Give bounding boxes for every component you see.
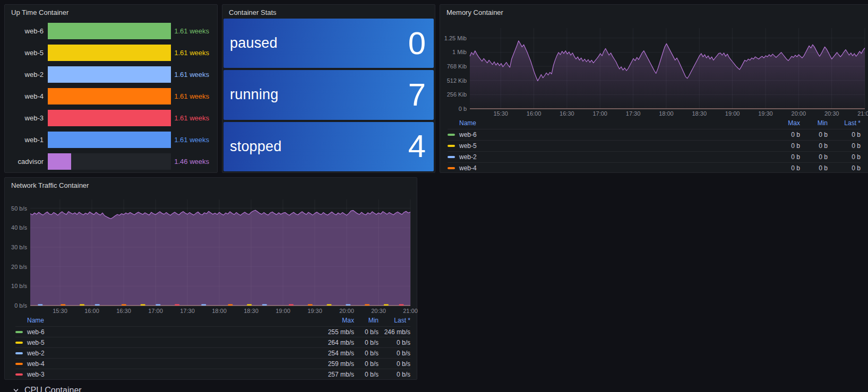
legend-series-name[interactable]: web-6 — [459, 131, 768, 138]
bar-gauge-row: cadvisor1.46 weeks — [13, 153, 209, 170]
svg-text:17:30: 17:30 — [626, 110, 641, 117]
legend-min-value: 0 b — [800, 142, 828, 150]
legend-header-last[interactable]: Last * — [379, 317, 410, 324]
legend-header-min[interactable]: Min — [354, 317, 379, 324]
legend-header-max[interactable]: Max — [310, 317, 354, 324]
bar-gauge-row: web-11.61 weeks — [13, 132, 209, 148]
series-color-swatch — [15, 352, 23, 354]
bar-gauge-value: 1.61 weeks — [171, 27, 209, 35]
panel-memory-container: Memory Container 15:3016:0016:3017:0017:… — [440, 4, 868, 173]
series-color-swatch — [448, 134, 455, 136]
series-color-swatch — [15, 373, 23, 376]
svg-text:20:30: 20:30 — [824, 110, 839, 117]
bar-gauge-row: web-21.61 weeks — [13, 66, 209, 83]
legend-max-value: 254 mb/s — [310, 350, 354, 357]
bar-gauge: web-61.61 weeksweb-51.61 weeksweb-21.61 … — [5, 16, 217, 170]
legend-row: web-3257 mb/s0 b/s0 b/s — [15, 369, 410, 379]
legend-min-value: 0 b/s — [354, 328, 379, 336]
svg-text:19:30: 19:30 — [307, 308, 322, 314]
legend-row: web-5264 mb/s0 b/s0 b/s — [15, 337, 410, 347]
legend-series-name[interactable]: web-5 — [459, 142, 768, 150]
bar-gauge-row: web-31.61 weeks — [13, 110, 209, 126]
legend-header-max[interactable]: Max — [768, 119, 800, 127]
legend-series-name[interactable]: web-6 — [27, 328, 310, 336]
svg-text:19:00: 19:00 — [276, 308, 290, 314]
network-time-series-chart[interactable]: 15:3016:0016:3017:0017:3018:0018:3019:00… — [9, 191, 414, 315]
legend-max-value: 0 b — [768, 164, 800, 172]
legend-max-value: 257 mb/s — [310, 371, 354, 378]
legend-header-last[interactable]: Last * — [828, 119, 861, 127]
legend-last-value: 246 mb/s — [379, 328, 410, 336]
legend-header-min[interactable]: Min — [800, 119, 828, 127]
svg-text:21:00: 21:00 — [857, 110, 868, 117]
bar-gauge-track — [48, 88, 171, 104]
legend-min-value: 0 b — [800, 131, 828, 138]
legend-header-name[interactable]: Name — [459, 119, 768, 127]
bar-gauge-fill — [48, 45, 171, 61]
bar-gauge-row: web-61.61 weeks — [13, 23, 209, 39]
svg-text:19:00: 19:00 — [725, 110, 740, 117]
legend-max-value: 0 b — [768, 131, 800, 138]
bar-gauge-fill — [48, 23, 171, 39]
legend-series-name[interactable]: web-2 — [27, 350, 310, 357]
bar-gauge-value: 1.61 weeks — [171, 49, 209, 57]
svg-text:512 Kib: 512 Kib — [447, 77, 467, 84]
svg-text:0 b/s: 0 b/s — [14, 302, 27, 309]
panel-title[interactable]: Up Time Container — [5, 5, 217, 16]
bar-gauge-label: web-6 — [13, 27, 44, 35]
stat-value: 7 — [408, 79, 426, 111]
panel-uptime-container: Up Time Container web-61.61 weeksweb-51.… — [4, 4, 218, 173]
svg-text:1 Mib: 1 Mib — [452, 49, 467, 55]
svg-text:256 Kib: 256 Kib — [447, 91, 467, 98]
legend-series-name[interactable]: web-5 — [27, 339, 310, 346]
panel-title[interactable]: Network Traffic Container — [5, 178, 417, 189]
bar-gauge-label: web-2 — [13, 71, 44, 79]
legend-header-row: NameMaxMinLast * — [448, 117, 861, 129]
svg-text:16:00: 16:00 — [84, 308, 99, 314]
legend-max-value: 264 mb/s — [310, 339, 354, 346]
svg-text:18:00: 18:00 — [659, 110, 674, 117]
svg-text:18:30: 18:30 — [692, 110, 707, 117]
series-color-swatch — [448, 145, 455, 147]
bar-gauge-track — [48, 45, 171, 61]
legend-last-value: 0 b — [828, 164, 861, 172]
legend-last-value: 0 b — [828, 153, 861, 161]
bar-gauge-value: 1.61 weeks — [171, 114, 209, 122]
legend-series-name[interactable]: web-4 — [27, 360, 310, 368]
dashboard-row-cpu-container[interactable]: CPU Container — [13, 386, 82, 392]
stat-label: stopped — [230, 138, 281, 155]
legend-row: web-2254 mb/s0 b/s0 b/s — [15, 347, 410, 358]
legend-row: web-50 b0 b0 b — [448, 140, 861, 151]
series-color-swatch — [15, 342, 23, 344]
bar-gauge-track — [48, 23, 171, 39]
legend-series-name[interactable]: web-2 — [459, 153, 768, 161]
bar-gauge-value: 1.61 weeks — [171, 136, 209, 144]
legend-last-value: 0 b/s — [379, 371, 410, 378]
panel-title[interactable]: Memory Container — [440, 5, 868, 16]
stat-tile-stopped: stopped4 — [224, 122, 434, 171]
panel-title[interactable]: Container Stats — [222, 5, 435, 16]
legend-header-name[interactable]: Name — [27, 317, 310, 324]
legend-series-name[interactable]: web-4 — [459, 164, 768, 172]
svg-text:15:30: 15:30 — [53, 308, 67, 314]
legend-last-value: 0 b/s — [379, 350, 410, 357]
bar-gauge-track — [48, 153, 171, 170]
stat-label: running — [230, 86, 278, 103]
stat-tiles: paused0running7stopped4 — [224, 19, 434, 171]
series-color-swatch — [448, 167, 455, 169]
legend-row: web-4259 mb/s0 b/s0 b/s — [15, 358, 410, 369]
svg-text:17:00: 17:00 — [592, 110, 607, 117]
series-color-swatch — [15, 363, 23, 365]
legend-series-name[interactable]: web-3 — [27, 371, 310, 378]
svg-text:20:00: 20:00 — [792, 110, 806, 117]
legend-last-value: 0 b/s — [379, 339, 410, 346]
panel-container-stats: Container Stats paused0running7stopped4 — [222, 4, 435, 173]
memory-time-series-chart[interactable]: 15:3016:0016:3017:0017:3018:0018:3019:00… — [444, 18, 868, 117]
svg-text:20 b/s: 20 b/s — [11, 264, 27, 270]
legend-row: web-20 b0 b0 b — [448, 151, 861, 162]
bar-gauge-label: web-4 — [13, 92, 44, 100]
bar-gauge-fill — [48, 132, 171, 148]
panel-network-traffic: Network Traffic Container 15:3016:0016:3… — [4, 177, 417, 380]
svg-text:21:00: 21:00 — [403, 308, 418, 314]
svg-text:15:30: 15:30 — [493, 110, 508, 117]
